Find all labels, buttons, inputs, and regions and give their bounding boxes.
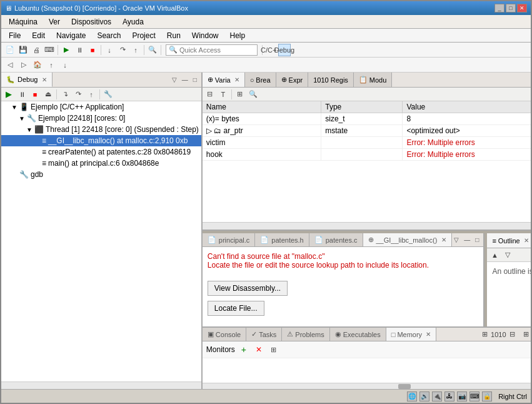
- collapse-all-btn[interactable]: ⊟: [204, 88, 216, 101]
- step-return-d[interactable]: ↑: [85, 88, 98, 101]
- menu-edit[interactable]: Edit: [27, 30, 50, 41]
- tab-memory[interactable]: □ Memory ✕: [386, 328, 436, 341]
- vbox-menu-dispositivos[interactable]: Dispositivos: [66, 16, 116, 28]
- memory-tab-close[interactable]: ✕: [426, 331, 431, 338]
- status-icon-1[interactable]: 🌐: [407, 391, 417, 401]
- malloc-tab-close[interactable]: ✕: [441, 236, 446, 243]
- step-into-btn[interactable]: ↓: [103, 44, 116, 56]
- tree-item-main[interactable]: ≡ main() at principal.c:6 0x804868e: [1, 158, 201, 169]
- save-btn[interactable]: 💾: [17, 44, 29, 56]
- bottom-tb-btn3[interactable]: ⊟: [506, 328, 518, 341]
- use-instr-btn[interactable]: 🔧: [102, 88, 114, 101]
- tree-item-gdb[interactable]: 🔧 gdb: [1, 169, 201, 180]
- menu-file[interactable]: File: [4, 30, 26, 41]
- vars-scrollbar[interactable]: [203, 222, 531, 230]
- view-disassembly-button[interactable]: View Disassembly...: [208, 281, 288, 296]
- add-monitor-btn[interactable]: +: [238, 343, 250, 356]
- status-icon-3[interactable]: 🔌: [432, 391, 442, 401]
- tree-item-ejemplo-process[interactable]: ▼ 🔧 Ejemplo [22418] [cores: 0]: [1, 113, 201, 124]
- stop-btn[interactable]: ■: [29, 88, 41, 101]
- debug-resume-btn[interactable]: ▶: [60, 44, 73, 56]
- remove-monitor-btn[interactable]: ✕: [253, 343, 265, 356]
- minimize-button[interactable]: _: [494, 4, 504, 13]
- quick-access-area[interactable]: 🔍: [166, 44, 258, 56]
- layout-btn[interactable]: ⊞: [234, 88, 246, 101]
- editor-max-btn[interactable]: □: [473, 236, 481, 244]
- debug-tab[interactable]: 🐛 Debug ✕: [1, 73, 53, 87]
- table-row[interactable]: victim Error: Multiple errors: [203, 137, 531, 149]
- tb1-btn3[interactable]: ⌨: [43, 44, 56, 56]
- menu-search[interactable]: Search: [92, 30, 126, 41]
- editor-min-btn[interactable]: —: [462, 236, 472, 244]
- tab-malloc[interactable]: ⊕ __GI__libc_malloc() ✕: [363, 233, 453, 246]
- editor-menu-btn[interactable]: ▽: [452, 236, 461, 244]
- tab-problems[interactable]: ⚠ Problems: [282, 328, 329, 341]
- split-monitor-btn[interactable]: ⊞: [268, 343, 280, 356]
- show-type-btn[interactable]: T: [217, 88, 229, 101]
- locate-file-button[interactable]: Locate File...: [208, 301, 264, 316]
- debug-scrollbar[interactable]: [1, 381, 201, 389]
- step-over-btn[interactable]: ↷: [116, 44, 129, 56]
- step-into-d[interactable]: ↴: [59, 88, 71, 101]
- vbox-menu-ayuda[interactable]: Ayuda: [118, 16, 149, 28]
- outline-btn2[interactable]: ▽: [501, 249, 514, 261]
- fwd-btn[interactable]: ▷: [18, 59, 30, 71]
- tab-patentes-c[interactable]: 📄 patentes.c: [309, 233, 363, 246]
- expand-icon[interactable]: ▼: [26, 126, 33, 133]
- tab-outline[interactable]: ≡ Outline ✕: [487, 233, 531, 248]
- table-row[interactable]: hook Error: Multiple errors: [203, 149, 531, 161]
- new-btn[interactable]: 📄: [4, 44, 16, 56]
- resume-btn[interactable]: ▶: [3, 88, 15, 101]
- bottom-tb-btn4[interactable]: ⊞: [519, 328, 531, 341]
- status-icon-2[interactable]: 🔊: [419, 391, 429, 401]
- vbox-menu-maquina[interactable]: Máquina: [4, 16, 43, 28]
- tab-variables[interactable]: ⊕ Varia ✕: [203, 73, 245, 87]
- filter-btn[interactable]: 🔍: [247, 88, 259, 101]
- nav-btn2[interactable]: ↓: [59, 59, 71, 71]
- step-over-d[interactable]: ↷: [72, 88, 84, 101]
- tab-tasks[interactable]: ✓ Tasks: [246, 328, 282, 341]
- tree-item-ejemplo-app[interactable]: ▼ 📱 Ejemplo [C/C++ Application]: [1, 101, 201, 113]
- outline-tab-close[interactable]: ✕: [524, 237, 529, 244]
- back-btn[interactable]: ◁: [4, 59, 16, 71]
- vars-tab-close[interactable]: ✕: [234, 76, 239, 83]
- menu-window[interactable]: Window: [187, 30, 224, 41]
- tab-expressions[interactable]: ⊕ Expr: [276, 73, 309, 87]
- menu-project[interactable]: Project: [127, 30, 160, 41]
- quick-access-input[interactable]: [179, 46, 254, 54]
- tab-modules[interactable]: 📋 Modu: [354, 73, 393, 87]
- home-btn[interactable]: 🏠: [31, 59, 44, 71]
- step-return-btn[interactable]: ↑: [129, 44, 142, 56]
- debug-min-btn[interactable]: —: [180, 76, 190, 84]
- table-row[interactable]: (x)= bytes size_t 8: [203, 113, 531, 125]
- expand-icon[interactable]: ▼: [11, 104, 18, 111]
- tree-item-thread[interactable]: ▼ ⬛ Thread [1] 22418 [core: 0] (Suspende…: [1, 124, 201, 135]
- status-icon-5[interactable]: 📷: [457, 391, 467, 401]
- status-icon-6[interactable]: ⌨: [469, 391, 479, 401]
- debug-tab-close[interactable]: ✕: [42, 76, 47, 83]
- debug-suspend-btn[interactable]: ⏸: [73, 44, 86, 56]
- tab-patentes-h[interactable]: 📄 patentes.h: [255, 233, 309, 246]
- status-icon-4[interactable]: 🖧: [444, 391, 454, 401]
- tree-item-malloc[interactable]: ≡ __GI__libc_malloc() at malloc.c:2,910 …: [1, 135, 201, 146]
- bottom-tb-btn1[interactable]: ⊞: [478, 328, 491, 341]
- tree-item-crear-patente[interactable]: ≡ crearPatente() at patentes.c:28 0x8048…: [1, 146, 201, 158]
- debug-stop-btn[interactable]: ■: [86, 44, 99, 56]
- persp-debug-btn[interactable]: Debug: [278, 44, 291, 56]
- close-button[interactable]: ✕: [517, 4, 527, 13]
- debug-max-btn[interactable]: □: [191, 76, 199, 84]
- maximize-button[interactable]: □: [506, 4, 516, 13]
- tab-registers[interactable]: 1010 Regis: [308, 73, 354, 87]
- status-icon-7[interactable]: 🔒: [482, 391, 492, 401]
- suspend-btn[interactable]: ⏸: [16, 88, 28, 101]
- menu-run[interactable]: Run: [162, 30, 186, 41]
- bottom-tb-btn2[interactable]: 1010: [492, 328, 504, 341]
- menu-help[interactable]: Help: [225, 30, 251, 41]
- vbox-menu-ver[interactable]: Ver: [44, 16, 65, 28]
- expand-arrow[interactable]: ▷: [206, 126, 212, 135]
- expand-icon[interactable]: ▼: [19, 115, 25, 122]
- table-row[interactable]: ▷ 🗂 ar_ptr mstate <optimized out>: [203, 125, 531, 137]
- tab-console[interactable]: ▣ Console: [203, 328, 246, 341]
- print-btn[interactable]: 🖨: [30, 44, 43, 56]
- tb-search-btn[interactable]: 🔍: [146, 44, 159, 56]
